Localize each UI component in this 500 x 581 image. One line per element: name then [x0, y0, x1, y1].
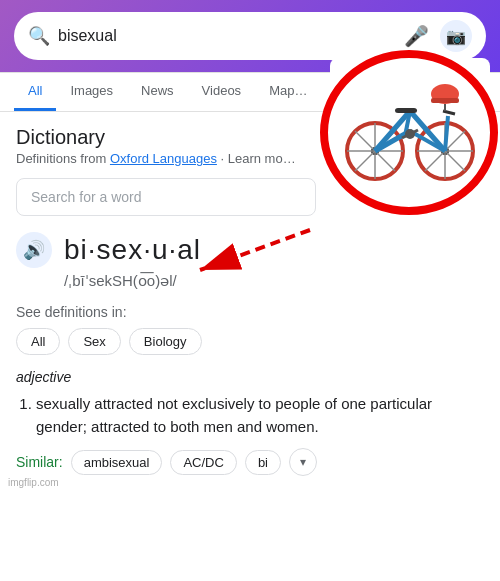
similar-chip-bi[interactable]: bi — [245, 450, 281, 475]
tab-news[interactable]: News — [127, 73, 188, 111]
definition-list: sexually attracted not exclusively to pe… — [16, 393, 484, 438]
similar-chip-ambisexual[interactable]: ambisexual — [71, 450, 163, 475]
search-icon: 🔍 — [28, 25, 50, 47]
source-prefix: Definitions from — [16, 151, 106, 166]
definition-item-1: sexually attracted not exclusively to pe… — [36, 393, 484, 438]
speaker-icon: 🔊 — [23, 239, 45, 261]
bike-image — [330, 58, 490, 203]
tab-maps[interactable]: Map… — [255, 73, 321, 111]
google-lens-icon[interactable]: 📷 — [440, 20, 472, 52]
definition-chips: All Sex Biology — [16, 328, 484, 355]
audio-button[interactable]: 🔊 — [16, 232, 52, 268]
word-search-box[interactable]: Search for a word — [16, 178, 316, 216]
similar-label: Similar: — [16, 454, 63, 470]
svg-line-19 — [443, 111, 455, 114]
source-more: · Learn mo… — [221, 151, 296, 166]
oxford-link[interactable]: Oxford Languages — [110, 151, 217, 166]
chip-sex[interactable]: Sex — [68, 328, 120, 355]
bicycle-illustration — [340, 76, 480, 186]
similar-row: Similar: ambisexual AC/DC bi ▾ — [16, 448, 484, 476]
tab-videos[interactable]: Videos — [188, 73, 256, 111]
chip-all[interactable]: All — [16, 328, 60, 355]
svg-rect-23 — [431, 98, 459, 103]
svg-rect-17 — [395, 108, 417, 113]
part-of-speech: adjective — [16, 369, 484, 385]
dictionary-word: bi·sex·u·al — [64, 234, 201, 266]
tab-all[interactable]: All — [14, 73, 56, 111]
microphone-icon[interactable]: 🎤 — [400, 20, 432, 52]
watermark: imgflip.com — [8, 477, 59, 488]
word-row: 🔊 bi·sex·u·al — [16, 232, 484, 268]
search-query: bisexual — [58, 27, 392, 45]
similar-chip-acdc[interactable]: AC/DC — [170, 450, 236, 475]
search-input-box[interactable]: 🔍 bisexual 🎤 📷 — [14, 12, 486, 60]
tab-images[interactable]: Images — [56, 73, 127, 111]
phonetic: /ˌbīˈsekSH(o͞o)əl/ — [64, 272, 484, 290]
chip-biology[interactable]: Biology — [129, 328, 202, 355]
see-definitions-label: See definitions in: — [16, 304, 484, 320]
expand-similar-button[interactable]: ▾ — [289, 448, 317, 476]
